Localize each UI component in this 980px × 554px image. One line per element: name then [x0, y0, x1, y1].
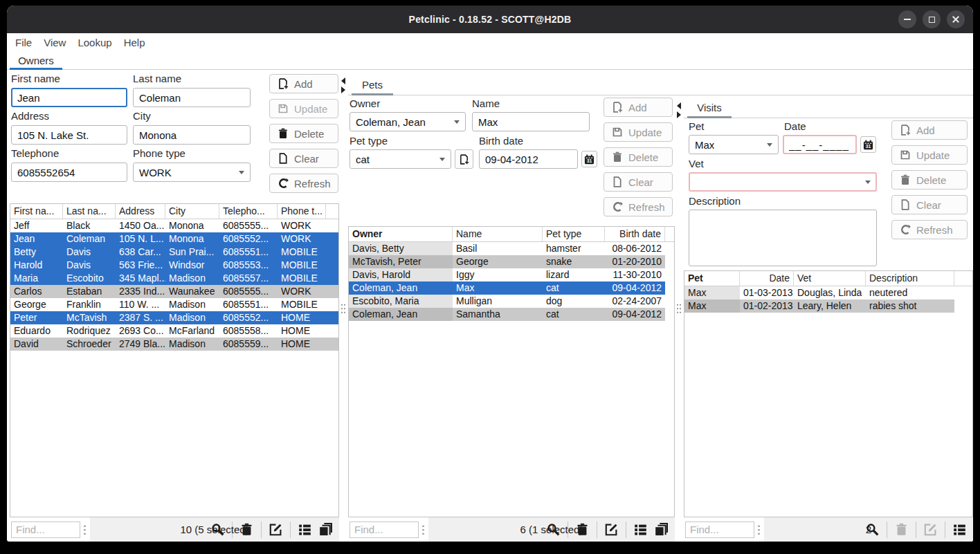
pets-find-input[interactable]	[350, 521, 419, 538]
pets-update-button[interactable]: Update	[604, 122, 673, 142]
drag-handle-icon[interactable]	[83, 524, 87, 535]
tab-owners[interactable]: Owners	[10, 51, 62, 69]
expand-right-icon[interactable]	[677, 111, 681, 118]
vet-combobox[interactable]	[689, 172, 877, 192]
maximize-button[interactable]	[923, 10, 941, 28]
column-header[interactable]: Address	[116, 204, 165, 219]
close-button[interactable]	[947, 10, 965, 28]
minimize-button[interactable]	[898, 10, 916, 28]
owners-delete-button[interactable]: Delete	[269, 124, 338, 143]
visits-clear-button[interactable]: Clear	[891, 195, 968, 214]
pets-add-button[interactable]: Add	[604, 98, 673, 117]
menu-view[interactable]: View	[44, 37, 66, 48]
visit-date-calendar-button[interactable]	[860, 136, 876, 153]
expand-right-icon[interactable]	[341, 86, 345, 93]
visits-refresh-button[interactable]: Refresh	[891, 220, 968, 239]
owner-table-row[interactable]: DavidSchroeder 2749 Bla...Madison 608555…	[10, 338, 338, 351]
owner-table-row[interactable]: EduardoRodriquez 2693 Co...McFarland 608…	[10, 324, 338, 338]
column-header[interactable]: Telepho...	[219, 204, 278, 219]
drag-handle-icon[interactable]	[421, 524, 425, 535]
pets-delete-button[interactable]: Delete	[604, 147, 673, 167]
owner-combobox[interactable]: Coleman, Jean	[350, 112, 466, 131]
collapse-left-icon[interactable]	[677, 102, 681, 109]
column-header[interactable]: First na...	[10, 204, 63, 219]
visit-pet-combobox[interactable]: Max	[689, 135, 779, 154]
column-header[interactable]: Pet type	[543, 227, 605, 241]
column-header[interactable]: Last na...	[63, 204, 116, 219]
visits-update-button[interactable]: Update	[891, 145, 968, 165]
column-header[interactable]: Pet	[684, 271, 740, 286]
column-header[interactable]: Phone t...	[278, 204, 326, 219]
visits-find-input[interactable]	[685, 521, 754, 538]
menu-help[interactable]: Help	[124, 37, 145, 48]
tab-pets[interactable]: Pets	[352, 74, 393, 95]
column-header[interactable]: City	[165, 204, 219, 219]
drag-handle-icon[interactable]	[757, 524, 761, 535]
edit-icon[interactable]	[605, 523, 618, 536]
menu-lookup[interactable]: Lookup	[78, 37, 111, 48]
owners-refresh-button[interactable]: Refresh	[269, 174, 338, 193]
city-field[interactable]	[133, 125, 251, 145]
pet-name-field[interactable]	[472, 112, 590, 131]
visits-delete-button[interactable]: Delete	[891, 170, 968, 190]
birth-date-calendar-button[interactable]	[581, 151, 597, 167]
delete-row-icon[interactable]	[576, 523, 589, 536]
splitter-handle-icon[interactable]	[341, 303, 346, 315]
search-icon[interactable]	[211, 523, 224, 536]
delete-row-icon[interactable]	[240, 523, 253, 536]
first-name-field[interactable]	[11, 88, 127, 107]
owner-table-row[interactable]: JeanColeman 105 N. L...Monona 6085552...…	[10, 232, 338, 246]
list-view-icon[interactable]	[953, 523, 966, 536]
column-header[interactable]: Birth date	[605, 227, 665, 241]
owners-find-input[interactable]	[11, 521, 80, 538]
column-header[interactable]: Owner	[349, 227, 453, 241]
owner-table-row[interactable]: PeterMcTavish 2387 S. ...Madison 6085552…	[10, 311, 338, 324]
copy-pages-icon[interactable]	[319, 523, 332, 536]
owner-table-row[interactable]: JeffBlack 1450 Oa...Monona 6085555...WOR…	[10, 219, 338, 232]
collapse-left-icon[interactable]	[341, 77, 345, 84]
column-header[interactable]: Date	[740, 271, 794, 286]
owners-update-button[interactable]: Update	[269, 99, 338, 118]
visits-add-button[interactable]: Add	[891, 120, 968, 140]
owner-table-row[interactable]: CarlosEstaban 2335 Ind...Waunakee 608555…	[10, 285, 338, 298]
pet-table-row[interactable]: Davis, HaroldIggy lizard11-30-2010	[349, 268, 665, 281]
last-name-field[interactable]	[133, 88, 251, 107]
owner-table-row[interactable]: BettyDavis 638 Car...Sun Prai... 6085551…	[10, 246, 338, 259]
visit-date-field[interactable]	[783, 135, 857, 154]
pet-type-combobox[interactable]: cat	[350, 149, 451, 169]
owners-add-button[interactable]: Add	[269, 74, 338, 93]
tab-visits[interactable]: Visits	[687, 97, 732, 118]
pets-refresh-button[interactable]: Refresh	[604, 197, 673, 216]
delete-row-icon[interactable]	[895, 523, 908, 536]
column-header[interactable]: Description	[866, 271, 954, 286]
visit-table-row[interactable]: Max01-02-2013 Leary, Helenrabies shot	[684, 299, 954, 313]
owners-pets-splitter[interactable]	[339, 70, 348, 542]
copy-pages-icon[interactable]	[655, 523, 668, 536]
edit-icon[interactable]	[924, 523, 937, 536]
pets-clear-button[interactable]: Clear	[604, 172, 673, 192]
column-header[interactable]: Vet	[794, 271, 866, 286]
birth-date-field[interactable]	[479, 149, 578, 169]
owner-table-row[interactable]: HaroldDavis 563 Frie...Windsor 6085553..…	[10, 259, 338, 272]
list-view-icon[interactable]	[634, 523, 647, 536]
description-textarea[interactable]	[689, 210, 877, 266]
search-icon[interactable]	[547, 523, 560, 536]
telephone-field[interactable]	[11, 163, 127, 182]
splitter-handle-icon[interactable]	[676, 303, 682, 315]
phone-type-combobox[interactable]: WORK	[133, 163, 251, 182]
pets-visits-splitter[interactable]	[675, 95, 684, 542]
visit-table-row[interactable]: Max01-03-2013 Douglas, Lindaneutered	[684, 286, 954, 299]
pet-table-row[interactable]: Escobito, MariaMulligan dog02-24-2007	[349, 295, 665, 308]
pet-table-row[interactable]: McTavish, PeterGeorge snake01-20-2010	[349, 255, 665, 268]
add-pet-type-button[interactable]	[455, 149, 473, 169]
owners-clear-button[interactable]: Clear	[269, 149, 338, 168]
menu-file[interactable]: File	[15, 37, 32, 48]
search-icon[interactable]	[866, 523, 879, 536]
list-view-icon[interactable]	[298, 523, 311, 536]
pet-table-row[interactable]: Davis, BettyBasil hamster08-06-2012	[349, 242, 665, 255]
edit-icon[interactable]	[269, 523, 282, 536]
owner-table-row[interactable]: GeorgeFranklin 110 W. ...Madison 6085551…	[10, 298, 338, 311]
owner-table-row[interactable]: MariaEscobito 345 Mapl...Madison 6085557…	[10, 272, 338, 285]
column-header[interactable]: Name	[453, 227, 543, 241]
pet-table-row[interactable]: Coleman, JeanSamantha cat09-04-2012	[349, 308, 665, 321]
